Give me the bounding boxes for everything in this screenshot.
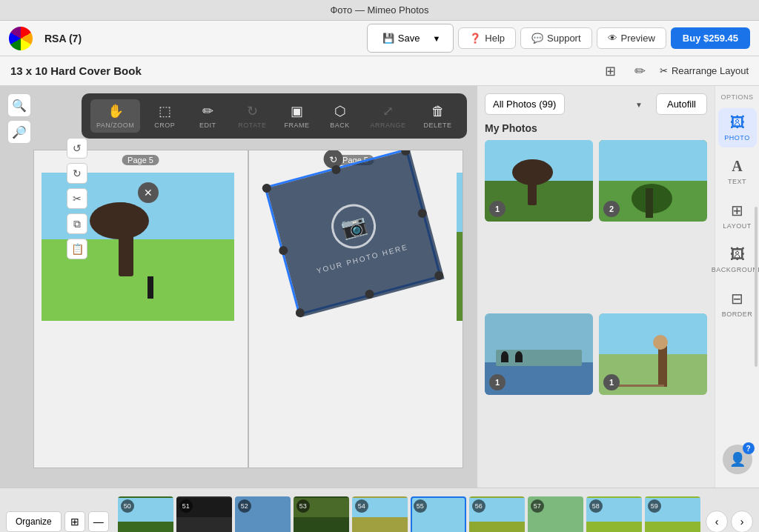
thumb-strip: 50 51 52 53 54 55 56 57 58 59 60 [118, 496, 701, 533]
save-dropdown-arrow[interactable]: ▼ [427, 30, 445, 47]
buy-button[interactable]: Buy $259.45 [671, 27, 750, 49]
text-panel-button[interactable]: A TEXT [718, 152, 757, 191]
thumb-50[interactable]: 50 [118, 496, 173, 533]
support-icon: 💬 [531, 33, 543, 44]
thumb-55[interactable]: 55 [411, 496, 466, 533]
avatar[interactable]: 👤 ? [723, 445, 752, 474]
photos-grid: 1 2 1 [485, 140, 707, 480]
thumb-num-59: 59 [648, 499, 661, 513]
photo-thumb-2[interactable]: 2 [599, 140, 707, 222]
photos-header: All Photos (99) Autofill [485, 93, 707, 115]
thumb-52[interactable]: 52 [235, 496, 291, 533]
help-icon: ❓ [469, 33, 481, 44]
photo-icon: 🖼 [730, 114, 745, 131]
undo-button[interactable]: ↺ [67, 138, 87, 159]
border-icon: ⊟ [731, 290, 743, 307]
thumb-58[interactable]: 58 [586, 496, 642, 533]
toolbar-actions: 💾 Save ▼ ❓ Help 💬 Support 👁 Preview Buy … [367, 24, 750, 53]
edit-icon: ✏ [202, 103, 213, 119]
background-panel-button[interactable]: 🖼 BACKGROUND [718, 240, 757, 279]
photo-tree-right[interactable] [457, 173, 463, 321]
cut-button[interactable]: ✂ [67, 188, 87, 209]
float-toolbar: ✋ PAN/ZOOM ⬚ CROP ✏ EDIT ↻ ROTATE ▣ FRAM… [82, 93, 467, 139]
crop-tool[interactable]: ⬚ CROP [146, 99, 183, 133]
help-button[interactable]: ❓ Help [458, 27, 516, 49]
subtitle-actions: ⊞ ✏ ✂ Rearrange Layout [600, 61, 749, 82]
selected-photo-placeholder[interactable]: ↻ 📷 YOUR PHOTO HERE [264, 150, 442, 316]
photo-thumb-1[interactable]: 1 [485, 140, 593, 222]
app-name: RSA (7) [44, 33, 82, 44]
save-button[interactable]: 💾 Save [375, 29, 428, 47]
rearrange-icon: ✂ [660, 65, 668, 76]
photos-select[interactable]: All Photos (99) [485, 93, 565, 115]
thumb-57[interactable]: 57 [528, 496, 583, 533]
prev-page-button[interactable]: ‹ [706, 511, 728, 533]
side-actions: ↺ ↻ ✂ ⧉ 📋 [67, 138, 87, 259]
titlebar: Фото — Mimeo Photos [0, 0, 759, 21]
support-button[interactable]: 💬 Support [520, 27, 592, 49]
add-page-button[interactable]: ⊞ [600, 61, 621, 82]
delete-icon: 🗑 [431, 104, 445, 119]
organize-button[interactable]: Organize [6, 511, 62, 532]
photos-select-wrapper: All Photos (99) [485, 93, 650, 115]
photo-thumb-4[interactable]: 1 [599, 313, 707, 395]
photo-thumb-3[interactable]: 1 [485, 313, 593, 395]
layout-panel-button[interactable]: ⊞ LAYOUT [718, 196, 757, 236]
canvas-area: 🔍 🔎 ✋ PAN/ZOOM ⬚ CROP ✏ EDIT ↻ ROTATE ▣ [0, 86, 477, 488]
thumb-num-53: 53 [296, 499, 310, 513]
autofill-button[interactable]: Autofill [656, 93, 707, 115]
redo-button[interactable]: ↻ [67, 163, 87, 184]
add-page-strip-button[interactable]: ⊞ [64, 511, 85, 532]
pan-zoom-tool[interactable]: ✋ PAN/ZOOM [90, 99, 140, 133]
zoom-controls: 🔍 🔎 [7, 93, 31, 144]
thumb-num-51: 51 [179, 499, 193, 513]
thumb-54[interactable]: 54 [352, 496, 408, 533]
photo-panel-button[interactable]: 🖼 PHOTO [718, 108, 757, 147]
pan-icon: ✋ [107, 103, 124, 119]
avatar-area: 👤 ? [723, 445, 752, 480]
app-logo [9, 27, 33, 50]
titlebar-text: Фото — Mimeo Photos [330, 4, 428, 16]
crop-icon: ⬚ [159, 103, 171, 119]
rotate-icon: ↻ [247, 103, 258, 119]
edit-tool[interactable]: ✏ EDIT [189, 99, 226, 133]
placeholder-label: YOUR PHOTO HERE [315, 242, 408, 275]
rearrange-button[interactable]: ✂ Rearrange Layout [660, 65, 749, 76]
subtitle-toolbar: 13 x 10 Hard Cover Book ⊞ ✏ ✂ Rearrange … [0, 56, 759, 86]
edit-page-button[interactable]: ✏ [630, 61, 651, 82]
page-left-label: Page 5 [122, 155, 159, 165]
delete-tool[interactable]: 🗑 DELETE [418, 100, 458, 133]
frame-icon: ▣ [291, 103, 303, 119]
avatar-icon: 👤 [729, 451, 746, 468]
my-photos-label: My Photos [485, 122, 707, 134]
next-page-button[interactable]: › [731, 511, 753, 533]
filmstrip-nav: ‹ › [706, 511, 753, 533]
paste-button[interactable]: 📋 [67, 239, 87, 259]
zoom-out-button[interactable]: 🔎 [7, 120, 31, 144]
photos-panel: All Photos (99) Autofill My Photos 1 [477, 86, 715, 488]
zoom-in-button[interactable]: 🔍 [7, 93, 31, 117]
preview-icon: 👁 [608, 33, 617, 44]
thumb-59[interactable]: 59 [645, 496, 700, 533]
thumb-num-57: 57 [531, 499, 544, 513]
thumb-num-56: 56 [472, 499, 485, 513]
save-button-group[interactable]: 💾 Save ▼ [367, 24, 454, 53]
text-icon: A [732, 158, 742, 175]
close-panel-button[interactable]: ✕ [138, 182, 159, 203]
frame-tool[interactable]: ▣ FRAME [279, 99, 316, 133]
preview-button[interactable]: 👁 Preview [597, 27, 666, 49]
thumb-51[interactable]: 51 [176, 496, 232, 533]
copy-button[interactable]: ⧉ [67, 213, 87, 234]
thumb-56[interactable]: 56 [469, 496, 525, 533]
photo-badge-4: 1 [603, 374, 620, 390]
layout-icon: ⊞ [731, 202, 743, 219]
arrange-tool[interactable]: ⤢ ARRANGE [365, 99, 412, 133]
thumb-53[interactable]: 53 [294, 496, 349, 533]
avatar-badge: ? [743, 442, 755, 454]
page-right: Page 5 ↻ 📷 [248, 150, 463, 468]
remove-page-strip-button[interactable]: — [88, 511, 109, 532]
book-title: 13 x 10 Hard Cover Book [10, 64, 594, 77]
rotate-tool[interactable]: ↻ ROTATE [232, 99, 272, 133]
back-tool[interactable]: ⬡ BACK [322, 99, 359, 133]
border-panel-button[interactable]: ⊟ BORDER [718, 284, 757, 324]
